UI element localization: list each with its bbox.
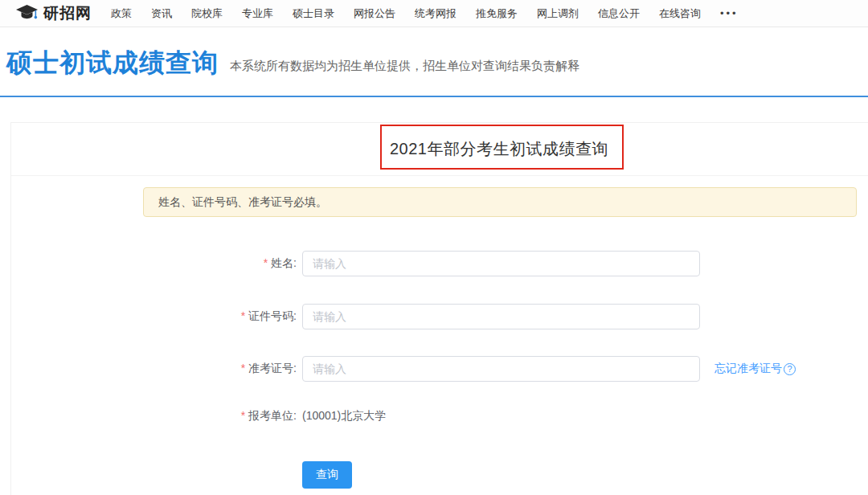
institution-value: (10001)北京大学 [302, 409, 386, 423]
logo-text: 研招网 [43, 3, 92, 24]
required-asterisk: * [264, 256, 268, 269]
nav-item-master-catalog[interactable]: 硕士目录 [293, 6, 334, 21]
nav-item-exemption-service[interactable]: 推免服务 [476, 6, 518, 21]
main-nav: 政策 资讯 院校库 专业库 硕士目录 网报公告 统考网报 推免服务 网上调剂 信… [111, 6, 739, 21]
page: 研招网 政策 资讯 院校库 专业库 硕士目录 网报公告 统考网报 推免服务 网上… [0, 0, 868, 495]
forgot-ticket-link-text: 忘记准考证号 [714, 362, 782, 376]
top-navbar: 研招网 政策 资讯 院校库 专业库 硕士目录 网报公告 统考网报 推免服务 网上… [0, 0, 868, 27]
required-asterisk: * [241, 309, 245, 322]
question-mark-icon[interactable]: ? [784, 363, 796, 375]
nav-item-policy[interactable]: 政策 [111, 6, 132, 21]
name-label: *姓名: [11, 256, 297, 271]
page-subtitle: 本系统所有数据均为招生单位提供，招生单位对查询结果负责解释 [230, 59, 579, 74]
id-number-input[interactable] [302, 304, 700, 329]
ticket-number-input[interactable] [302, 356, 700, 382]
nav-more-ellipsis-icon[interactable]: ••• [720, 7, 739, 19]
site-logo[interactable]: 研招网 [16, 3, 92, 24]
nav-item-online-consult[interactable]: 在线咨询 [659, 6, 701, 21]
ticket-number-label: *准考证号: [11, 362, 297, 376]
nav-item-college-db[interactable]: 院校库 [191, 6, 223, 21]
page-title: 硕士初试成绩查询 [6, 50, 219, 76]
nav-item-online-adjustment[interactable]: 网上调剂 [537, 6, 579, 21]
required-fields-notice: 姓名、证件号码、准考证号必填。 [143, 187, 857, 217]
score-query-card: 2021年部分考生初试成绩查询 姓名、证件号码、准考证号必填。 *姓名: *证件… [10, 122, 868, 495]
nav-item-major-db[interactable]: 专业库 [242, 6, 273, 21]
institution-label: *报考单位: [11, 409, 297, 423]
page-heading: 硕士初试成绩查询 本系统所有数据均为招生单位提供，招生单位对查询结果负责解释 [0, 28, 868, 96]
graduation-cap-icon [16, 5, 38, 22]
id-number-label: *证件号码: [11, 309, 297, 324]
card-header: 2021年部分考生初试成绩查询 [11, 123, 868, 176]
nav-item-news[interactable]: 资讯 [151, 6, 172, 21]
forgot-ticket-link[interactable]: 忘记准考证号 ? [714, 362, 796, 376]
form-row-ticket-number: *准考证号: 忘记准考证号 ? [11, 356, 868, 382]
required-asterisk: * [241, 362, 245, 374]
form-row-id-number: *证件号码: [11, 304, 868, 329]
form-row-submit: 查询 [11, 461, 868, 489]
query-button[interactable]: 查询 [302, 461, 352, 489]
nav-item-unified-exam-report[interactable]: 统考网报 [415, 6, 457, 21]
form-row-institution: *报考单位: (10001)北京大学 [11, 403, 868, 429]
form-row-name: *姓名: [11, 251, 868, 276]
blue-divider [0, 96, 868, 97]
card-title: 2021年部分考生初试成绩查询 [390, 138, 608, 160]
name-input[interactable] [302, 251, 700, 276]
nav-item-info-disclosure[interactable]: 信息公开 [598, 6, 640, 21]
required-asterisk: * [241, 409, 245, 422]
nav-item-online-report-notice[interactable]: 网报公告 [354, 6, 395, 21]
